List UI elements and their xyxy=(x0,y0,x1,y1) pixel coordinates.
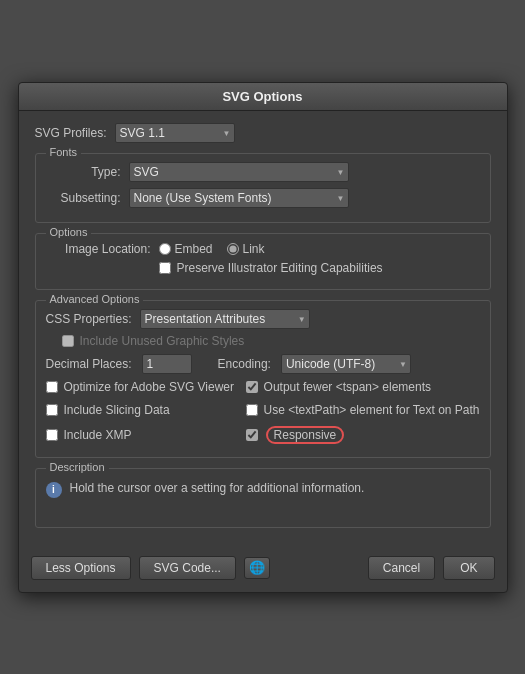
fonts-section-label: Fonts xyxy=(46,146,82,158)
subsetting-row: Subsetting: None (Use System Fonts) xyxy=(46,188,480,208)
include-unused-checkbox[interactable] xyxy=(62,335,74,347)
css-properties-row: CSS Properties: Presentation Attributes xyxy=(46,309,480,329)
dialog-title: SVG Options xyxy=(19,83,507,111)
advanced-options-section: Advanced Options CSS Properties: Present… xyxy=(35,300,491,458)
include-xmp-row: Include XMP xyxy=(46,426,236,444)
output-fewer-tspan-label: Output fewer <tspan> elements xyxy=(264,380,431,394)
description-text: Hold the cursor over a setting for addit… xyxy=(70,481,365,495)
responsive-row: Responsive xyxy=(246,426,480,444)
footer-left: Less Options SVG Code... 🌐 xyxy=(31,556,270,580)
use-textpath-label: Use <textPath> element for Text on Path xyxy=(264,403,480,417)
responsive-highlight: Responsive xyxy=(266,426,345,444)
link-label: Link xyxy=(243,242,265,256)
output-fewer-tspan-row: Output fewer <tspan> elements xyxy=(246,380,480,394)
preserve-illustrator-label: Preserve Illustrator Editing Capabilitie… xyxy=(177,261,383,275)
encoding-label: Encoding: xyxy=(218,357,271,371)
dialog-footer: Less Options SVG Code... 🌐 Cancel OK xyxy=(19,548,507,592)
subsetting-label: Subsetting: xyxy=(46,191,121,205)
decimal-places-label: Decimal Places: xyxy=(46,357,132,371)
image-location-radio-group: Embed Link xyxy=(159,242,265,256)
cancel-button[interactable]: Cancel xyxy=(368,556,435,580)
use-textpath-checkbox[interactable] xyxy=(246,404,258,416)
optimize-adobe-checkbox[interactable] xyxy=(46,381,58,393)
use-textpath-row: Use <textPath> element for Text on Path xyxy=(246,403,480,417)
type-select[interactable]: SVG xyxy=(129,162,349,182)
svg-options-dialog: SVG Options SVG Profiles: SVG 1.1 Fonts … xyxy=(18,82,508,593)
link-radio-item: Link xyxy=(227,242,265,256)
description-label: Description xyxy=(46,461,109,473)
preserve-illustrator-checkbox[interactable] xyxy=(159,262,171,274)
embed-radio-item: Embed xyxy=(159,242,213,256)
fonts-section: Fonts Type: SVG Subsetting: None (Use Sy… xyxy=(35,153,491,223)
svg-profiles-label: SVG Profiles: xyxy=(35,126,107,140)
description-section: Description i Hold the cursor over a set… xyxy=(35,468,491,528)
checkboxes-grid: Optimize for Adobe SVG Viewer Output few… xyxy=(46,380,480,449)
svg-code-button[interactable]: SVG Code... xyxy=(139,556,236,580)
type-label: Type: xyxy=(46,165,121,179)
include-slicing-checkbox[interactable] xyxy=(46,404,58,416)
svg-profiles-select-wrapper: SVG 1.1 xyxy=(115,123,235,143)
options-section: Options Image Location: Embed Link xyxy=(35,233,491,290)
embed-label: Embed xyxy=(175,242,213,256)
type-row: Type: SVG xyxy=(46,162,480,182)
responsive-checkbox[interactable] xyxy=(246,429,258,441)
encoding-select[interactable]: Unicode (UTF-8) xyxy=(281,354,411,374)
decimal-encoding-row: Decimal Places: Encoding: Unicode (UTF-8… xyxy=(46,354,480,374)
optimize-adobe-label: Optimize for Adobe SVG Viewer xyxy=(64,380,235,394)
image-location-label: Image Location: xyxy=(46,242,151,256)
responsive-label: Responsive xyxy=(274,428,337,442)
include-slicing-label: Include Slicing Data xyxy=(64,403,170,417)
globe-icon[interactable]: 🌐 xyxy=(244,557,270,579)
preserve-illustrator-row: Preserve Illustrator Editing Capabilitie… xyxy=(46,261,480,275)
ok-button[interactable]: OK xyxy=(443,556,494,580)
embed-radio[interactable] xyxy=(159,243,171,255)
svg-profiles-row: SVG Profiles: SVG 1.1 xyxy=(35,123,491,143)
include-xmp-label: Include XMP xyxy=(64,428,132,442)
options-section-label: Options xyxy=(46,226,92,238)
decimal-places-input[interactable] xyxy=(142,354,192,374)
link-radio[interactable] xyxy=(227,243,239,255)
output-fewer-tspan-checkbox[interactable] xyxy=(246,381,258,393)
description-content: i Hold the cursor over a setting for add… xyxy=(46,481,480,517)
include-unused-row: Include Unused Graphic Styles xyxy=(62,334,480,348)
include-xmp-checkbox[interactable] xyxy=(46,429,58,441)
include-slicing-row: Include Slicing Data xyxy=(46,403,236,417)
footer-right: Cancel OK xyxy=(368,556,495,580)
include-unused-label: Include Unused Graphic Styles xyxy=(80,334,245,348)
info-icon: i xyxy=(46,482,62,498)
less-options-button[interactable]: Less Options xyxy=(31,556,131,580)
css-properties-select[interactable]: Presentation Attributes xyxy=(140,309,310,329)
subsetting-select[interactable]: None (Use System Fonts) xyxy=(129,188,349,208)
optimize-adobe-row: Optimize for Adobe SVG Viewer xyxy=(46,380,236,394)
image-location-row: Image Location: Embed Link xyxy=(46,242,480,256)
advanced-options-label: Advanced Options xyxy=(46,293,144,305)
css-properties-label: CSS Properties: xyxy=(46,312,132,326)
svg-profiles-select[interactable]: SVG 1.1 xyxy=(115,123,235,143)
